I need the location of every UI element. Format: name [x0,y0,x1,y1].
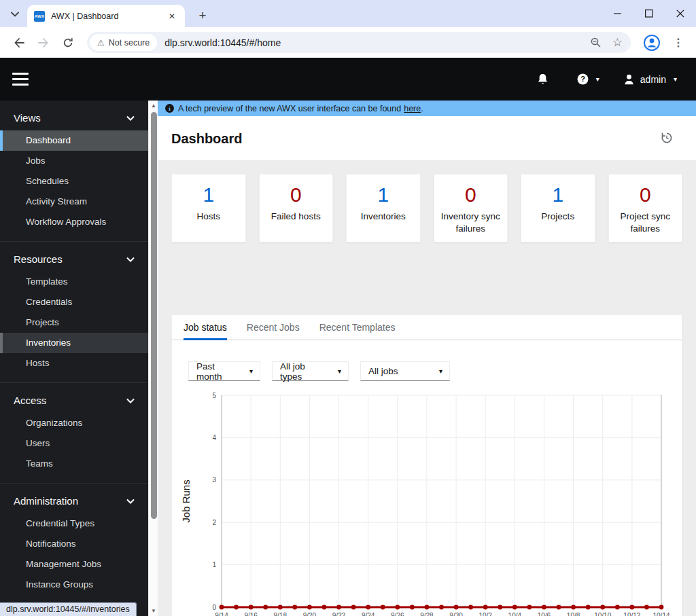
chevron-down-icon [126,115,135,121]
sidebar-item-credentials[interactable]: Credentials [0,292,148,312]
browser-tab-strip: AWX AWX | Dashboard ✕ + [0,0,696,27]
sidebar-group-access[interactable]: Access [0,388,148,413]
sidebar-group-resources[interactable]: Resources [0,247,148,272]
sidebar-item-inventories[interactable]: Inventories [0,333,148,353]
sidebar-item-users[interactable]: Users [0,433,148,454]
stat-card-inventories[interactable]: 1 Inventories [346,174,421,242]
sidebar-item-organizations[interactable]: Organizations [0,413,148,433]
sidebar-item-hosts[interactable]: Hosts [0,353,148,374]
bookmark-star-icon[interactable]: ☆ [612,35,623,50]
svg-text:10/10: 10/10 [594,612,611,616]
page-scrollbar[interactable]: ▲ ▼ [148,101,158,616]
chart-filters: Past month ▾ All job types ▾ All jobs ▾ [188,361,682,381]
svg-text:9/26: 9/26 [391,612,404,616]
scrollbar-down-arrow[interactable]: ▼ [149,608,158,614]
bell-icon [537,73,549,86]
sidebar-item-jobs[interactable]: Jobs [0,151,148,171]
job-type-select[interactable]: All job types ▾ [272,361,349,381]
sidebar-group-administration[interactable]: Administration [0,488,148,513]
chevron-down-icon [126,257,135,262]
user-menu-button[interactable]: admin ▾ [624,74,677,85]
tab-title: AWX | Dashboard [51,12,166,21]
stat-card-projects[interactable]: 1 Projects [521,174,595,242]
stat-card-failed-hosts[interactable]: 0 Failed hosts [259,174,334,242]
window-minimize-button[interactable] [602,0,633,27]
stat-card-inventory-sync-failures[interactable]: 0 Inventory sync failures [434,174,508,242]
reload-icon [62,37,74,49]
security-chip[interactable]: ⚠ Not secure [90,34,157,51]
activity-history-button[interactable] [661,132,673,147]
forward-button[interactable] [33,33,54,53]
chevron-down-icon: ▾ [674,75,677,83]
tech-preview-banner: i A tech preview of the new AWX user int… [158,101,696,116]
svg-text:10/12: 10/12 [623,612,640,616]
back-arrow-icon [13,37,25,49]
profile-icon [643,34,661,52]
address-bar[interactable]: ⚠ Not secure dlp.srv.world:10445/#/home … [87,32,631,53]
sidebar-item-workflow-approvals[interactable]: Workflow Approvals [0,212,148,232]
minimize-icon [614,10,622,18]
maximize-icon [645,10,653,18]
job-filter-select[interactable]: All jobs ▾ [360,361,450,381]
sidebar-item-management-jobs[interactable]: Management Jobs [0,554,148,575]
sidebar-group-views[interactable]: Views [0,105,148,130]
question-circle-icon: ? [577,73,589,85]
stat-value: 1 [377,183,389,207]
stat-label: Project sync failures [609,211,682,235]
sidebar-item-projects[interactable]: Projects [0,312,148,333]
browser-menu-button[interactable]: ⋮ [667,36,689,49]
sidebar-item-templates[interactable]: Templates [0,272,148,292]
url-text[interactable]: dlp.srv.world:10445/#/home [164,37,281,48]
tab-recent-jobs[interactable]: Recent Jobs [247,315,300,340]
period-select[interactable]: Past month ▾ [188,361,260,381]
tab-job-status[interactable]: Job status [184,315,227,340]
sidebar-item-schedules[interactable]: Schedules [0,171,148,192]
sidebar-item-dashboard[interactable]: Dashboard [0,130,148,151]
sidebar-group-label: Access [14,395,46,406]
tab-close-icon[interactable]: ✕ [166,10,178,22]
zoom-out-button[interactable] [590,37,602,48]
chevron-down-icon: ▾ [596,75,599,83]
stat-card-hosts[interactable]: 1 Hosts [171,174,246,242]
stat-card-project-sync-failures[interactable]: 0 Project sync failures [608,174,683,242]
status-bar-url: dlp.srv.world:10445/#/inventories [0,602,137,616]
awx-top-nav: AWX ? ▾ admin ▾ [0,58,696,101]
sidebar-item-instance-groups[interactable]: Instance Groups [0,575,148,595]
chevron-down-icon: ▾ [425,367,442,375]
new-tab-button[interactable]: + [193,6,212,25]
browser-tab[interactable]: AWX AWX | Dashboard ✕ [27,5,185,27]
tab-search-button[interactable] [6,5,24,22]
svg-text:9/30: 9/30 [449,612,463,616]
page-title: Dashboard [171,131,242,147]
sidebar-item-notifications[interactable]: Notifications [0,534,148,554]
scrollbar-thumb[interactable] [151,112,157,519]
awx-favicon: AWX [34,11,45,22]
job-type-select-value: All job types [280,361,324,382]
notifications-bell-button[interactable] [537,73,549,86]
window-maximize-button[interactable] [633,0,665,27]
sidebar-group-label: Views [14,112,41,124]
sidebar: Views Dashboard Jobs Schedules Activity … [0,101,148,616]
svg-text:3: 3 [212,476,216,484]
history-icon [661,132,673,144]
svg-text:9/24: 9/24 [362,612,375,616]
banner-here-link[interactable]: here [404,104,421,113]
profile-avatar[interactable] [643,34,661,52]
sidebar-item-teams[interactable]: Teams [0,454,148,474]
window-close-button[interactable] [665,0,696,27]
sidebar-item-credential-types[interactable]: Credential Types [0,513,148,534]
nav-toggle-button[interactable] [12,73,29,89]
help-menu-button[interactable]: ? ▾ [577,73,599,85]
stat-label: Projects [538,211,577,223]
warning-icon: ⚠ [97,38,105,48]
tab-recent-templates[interactable]: Recent Templates [319,315,396,340]
sidebar-item-activity-stream[interactable]: Activity Stream [0,192,148,212]
back-button[interactable] [9,33,29,53]
sidebar-section-views: Views Dashboard Jobs Schedules Activity … [0,101,148,241]
reload-button[interactable] [58,33,78,53]
scrollbar-up-arrow[interactable]: ▲ [149,103,158,109]
stat-value: 0 [465,183,476,207]
svg-text:9/16: 9/16 [244,612,258,616]
svg-text:0: 0 [212,604,216,611]
stat-label: Inventory sync failures [434,211,508,235]
